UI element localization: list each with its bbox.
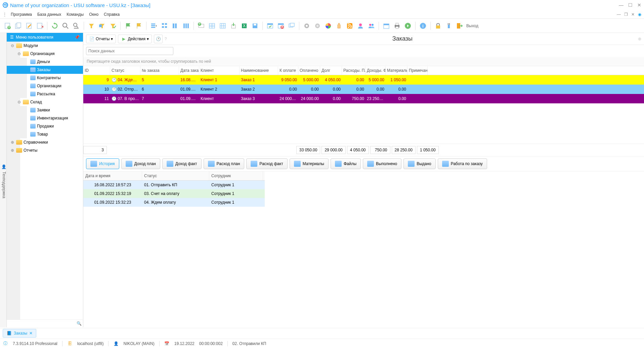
col-pay[interactable]: К оплате bbox=[278, 66, 298, 75]
new-doc-icon[interactable]: + bbox=[3, 21, 12, 31]
col-date[interactable]: Дата заказа bbox=[179, 66, 199, 75]
color-circle-icon[interactable] bbox=[324, 21, 333, 31]
tab-Материалы[interactable]: Материалы bbox=[290, 158, 329, 169]
menu-help[interactable]: Справка bbox=[101, 11, 122, 18]
delete-doc-icon[interactable]: ✕ bbox=[35, 21, 44, 31]
tab-Работа по заказу[interactable]: Работа по заказу bbox=[438, 158, 487, 169]
flag-yellow-icon[interactable] bbox=[134, 21, 143, 31]
tab-История[interactable]: История bbox=[86, 158, 119, 169]
grid-row[interactable]: 11🕐 07. В производ...701.09.2022КлиентЗа… bbox=[83, 94, 644, 103]
menu-window[interactable]: Окно bbox=[86, 11, 101, 18]
window-tab-orders[interactable]: 📘 Заказы ✕ bbox=[3, 329, 36, 338]
col-debt[interactable]: Долг bbox=[320, 66, 342, 75]
calendar-icon[interactable] bbox=[382, 21, 391, 31]
doc-minimize-button[interactable]: — bbox=[617, 12, 621, 17]
tree-orders[interactable]: Заказы bbox=[7, 66, 83, 74]
col-status[interactable]: Статус bbox=[110, 66, 140, 75]
columns-icon[interactable] bbox=[171, 21, 180, 31]
col-mat[interactable]: Материалы bbox=[386, 66, 407, 75]
subcol-dt[interactable]: Дата и время bbox=[83, 171, 142, 180]
maximize-button[interactable]: ☐ bbox=[628, 2, 633, 8]
tab-Доход план[interactable]: Доход план bbox=[121, 158, 160, 169]
doc-help-button[interactable]: ◉ bbox=[638, 12, 641, 17]
tree-organization[interactable]: ⊖Организация bbox=[7, 50, 83, 58]
grid-icon[interactable] bbox=[218, 21, 227, 31]
window-ok-icon[interactable] bbox=[265, 21, 275, 31]
actions-button[interactable]: ▶Действия▾ bbox=[118, 35, 152, 43]
sidebar-search-icon[interactable]: 🔍 bbox=[7, 319, 83, 327]
tab-Файлы[interactable]: Файлы bbox=[331, 158, 361, 169]
tree-refs[interactable]: ⊕Справочники bbox=[7, 138, 83, 146]
minimize-button[interactable]: — bbox=[619, 2, 624, 8]
tree-sales[interactable]: Продажи bbox=[7, 122, 83, 130]
copy-doc-icon[interactable] bbox=[13, 21, 23, 31]
search-icon[interactable] bbox=[61, 21, 70, 31]
tree-reports[interactable]: ⊕Отчеты bbox=[7, 146, 83, 154]
tab-close-icon[interactable]: ✕ bbox=[29, 331, 33, 336]
filter-icon[interactable] bbox=[87, 21, 96, 31]
subcol-emp[interactable]: Сотрудник bbox=[209, 171, 263, 180]
grid-row[interactable]: 9🕐 04. Ждем оплату516.08.2022Клиент 1Зак… bbox=[83, 75, 644, 85]
pin-icon[interactable]: 📌 bbox=[75, 35, 80, 40]
window-x-icon[interactable]: ✕ bbox=[276, 21, 286, 31]
list-down-icon[interactable] bbox=[149, 21, 159, 31]
table-icon[interactable] bbox=[207, 21, 217, 31]
hand-icon[interactable] bbox=[334, 21, 344, 31]
edit-doc-icon[interactable] bbox=[24, 21, 34, 31]
grid-row[interactable]: 10🕐 02. Отправили ...601.09.2022Клиент 2… bbox=[83, 85, 644, 94]
gear-alt-icon[interactable] bbox=[313, 21, 322, 31]
content-close-icon[interactable]: ⊗ bbox=[638, 37, 641, 41]
exit-icon[interactable] bbox=[455, 21, 464, 31]
save-icon[interactable] bbox=[250, 21, 260, 31]
reports-button[interactable]: 📄Отчеты▾ bbox=[86, 35, 116, 43]
import-icon[interactable] bbox=[229, 21, 238, 31]
print-icon[interactable] bbox=[392, 21, 402, 31]
tab-Доход факт[interactable]: Доход факт bbox=[162, 158, 202, 169]
col-explan[interactable]: Расходы. План bbox=[342, 66, 366, 75]
history-row[interactable]: 16.08.2022 18:57:2301. Отправить КПСотру… bbox=[83, 181, 265, 189]
rss-icon[interactable] bbox=[345, 21, 354, 31]
columns-more-icon[interactable] bbox=[181, 21, 191, 31]
col-name[interactable]: Наименование bbox=[240, 66, 278, 75]
doc-restore-button[interactable]: ❐ bbox=[624, 12, 628, 17]
flag-green-icon[interactable] bbox=[123, 21, 133, 31]
excel-icon[interactable]: X bbox=[240, 21, 249, 31]
tree-warehouse[interactable]: ⊖Склад bbox=[7, 98, 83, 106]
tree-requests[interactable]: Заявки bbox=[7, 106, 83, 114]
gear-icon[interactable] bbox=[302, 21, 311, 31]
tree-mailing[interactable]: Рассылка bbox=[7, 90, 83, 98]
support-strip[interactable]: 👤 Техподдержка bbox=[0, 33, 7, 327]
doc-close-button[interactable]: ✕ bbox=[631, 12, 635, 17]
tab-Расход план[interactable]: Расход план bbox=[204, 158, 245, 169]
col-id[interactable]: ID bbox=[83, 66, 110, 75]
info-icon[interactable]: i bbox=[418, 21, 428, 31]
filter-add-icon[interactable] bbox=[97, 21, 107, 31]
col-incfact[interactable]: Доходы. Факт bbox=[366, 66, 386, 75]
tab-Выполнено[interactable]: Выполнено bbox=[363, 158, 401, 169]
search-input[interactable] bbox=[86, 47, 173, 55]
menu-database[interactable]: База данных bbox=[35, 11, 64, 18]
tree-goods[interactable]: Товар bbox=[7, 130, 83, 138]
col-num[interactable]: № заказа bbox=[140, 66, 179, 75]
tree-icon[interactable] bbox=[160, 21, 169, 31]
next-icon[interactable] bbox=[403, 21, 413, 31]
windows-icon[interactable] bbox=[287, 21, 296, 31]
users-icon[interactable] bbox=[367, 21, 376, 31]
tab-Расход факт[interactable]: Расход факт bbox=[246, 158, 287, 169]
history-row[interactable]: 01.09.2022 15:32:1903. Счет на оплатуСот… bbox=[83, 189, 265, 198]
col-note[interactable]: Примечание bbox=[407, 66, 428, 75]
menu-program[interactable]: Программа bbox=[8, 11, 35, 18]
plug-icon[interactable] bbox=[444, 21, 454, 31]
exit-label[interactable]: Выход bbox=[466, 23, 478, 28]
close-button[interactable]: ✕ bbox=[637, 2, 641, 8]
tree-contractors[interactable]: Контрагенты bbox=[7, 74, 83, 82]
menu-commands[interactable]: Команды bbox=[64, 11, 86, 18]
tree-organizations[interactable]: Организации bbox=[7, 82, 83, 90]
clock-button[interactable]: 🕐 bbox=[154, 35, 163, 43]
user-icon[interactable] bbox=[356, 21, 365, 31]
subcol-st[interactable]: Статус bbox=[142, 171, 209, 180]
history-row[interactable]: 01.09.2022 15:32:2304. Ждем оплатуСотруд… bbox=[83, 198, 265, 207]
filter-ok-icon[interactable] bbox=[108, 21, 118, 31]
lock-icon[interactable] bbox=[433, 21, 443, 31]
help-hint-icon[interactable]: ? bbox=[165, 37, 167, 41]
